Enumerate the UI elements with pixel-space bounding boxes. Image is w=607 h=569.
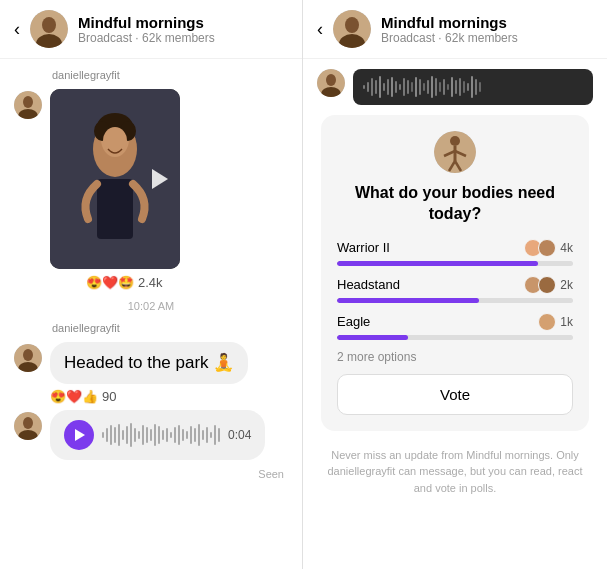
video-reaction-emojis: 😍❤️🤩 [86, 275, 134, 290]
right-header: ‹ Mindful mornings Broadcast · 62k membe… [303, 0, 607, 59]
right-header-info: Mindful mornings Broadcast · 62k members [381, 14, 518, 45]
poll-count-3: 1k [560, 315, 573, 329]
text-message-row: Headed to the park 🧘 😍❤️👍 90 [14, 342, 288, 404]
svg-point-18 [23, 417, 33, 429]
svg-point-1 [42, 17, 56, 33]
poll-bar-fill-3 [337, 335, 408, 340]
back-button-left[interactable]: ‹ [14, 19, 20, 40]
sender-label-2: daniellegrayfit [52, 322, 288, 334]
sender-avatar-1 [14, 91, 42, 119]
poll-option-label-1: Warrior II [337, 240, 390, 255]
poll-option-2: Headstand 2k [337, 276, 573, 303]
video-thumbnail[interactable] [50, 89, 180, 269]
poll-bar-fill-2 [337, 298, 479, 303]
waveform [102, 423, 220, 447]
poll-bar-bg-1 [337, 261, 573, 266]
poll-avatar [434, 131, 476, 173]
sender-label-1: daniellegrayfit [52, 69, 288, 81]
voice-play-icon [75, 429, 85, 441]
poll-card: What do your bodies need today? Warrior … [321, 115, 589, 431]
svg-point-27 [450, 136, 460, 146]
right-cropped-message-row [317, 69, 593, 105]
voice-message-bubble: 0:04 [50, 410, 265, 460]
poll-option-1: Warrior II 4k [337, 239, 573, 266]
svg-point-4 [23, 96, 33, 108]
poll-question: What do your bodies need today? [337, 183, 573, 225]
back-button-right[interactable]: ‹ [317, 19, 323, 40]
text-reactions: 😍❤️👍 90 [50, 389, 248, 404]
text-bubble: Headed to the park 🧘 [50, 342, 248, 384]
text-reaction-count: 90 [102, 389, 116, 404]
svg-point-12 [103, 127, 127, 155]
right-chat-area: What do your bodies need today? Warrior … [303, 59, 607, 569]
poll-voter-avatars-3 [538, 313, 556, 331]
svg-point-24 [326, 74, 336, 86]
play-icon[interactable] [152, 169, 168, 189]
poll-bar-bg-3 [337, 335, 573, 340]
poll-count-2: 2k [560, 278, 573, 292]
sender-avatar-3 [14, 412, 42, 440]
left-header: ‹ Mindful mornings Broadcast · 62k membe… [0, 0, 302, 59]
poll-count-1: 4k [560, 241, 573, 255]
seen-label: Seen [14, 468, 284, 480]
sender-avatar-2 [14, 344, 42, 372]
svg-point-21 [345, 17, 359, 33]
header-avatar-left [30, 10, 68, 48]
more-options: 2 more options [337, 350, 573, 364]
right-channel-subtitle: Broadcast · 62k members [381, 31, 518, 45]
left-channel-title: Mindful mornings [78, 14, 215, 31]
left-chat-area: daniellegrayfit [0, 59, 302, 569]
notice-text: Never miss an update from Mindful mornin… [317, 441, 593, 503]
video-reaction-count: 2.4k [138, 275, 163, 290]
left-channel-subtitle: Broadcast · 62k members [78, 31, 215, 45]
poll-avatar-row [337, 131, 573, 173]
right-channel-title: Mindful mornings [381, 14, 518, 31]
svg-point-15 [23, 349, 33, 361]
right-panel: ‹ Mindful mornings Broadcast · 62k membe… [303, 0, 607, 569]
poll-voter-avatars-1 [524, 239, 556, 257]
poll-option-3: Eagle 1k [337, 313, 573, 340]
vote-button[interactable]: Vote [337, 374, 573, 415]
left-panel: ‹ Mindful mornings Broadcast · 62k membe… [0, 0, 303, 569]
video-message-row: 😍❤️🤩 2.4k [14, 89, 288, 290]
left-header-info: Mindful mornings Broadcast · 62k members [78, 14, 215, 45]
text-reaction-emojis: 😍❤️👍 [50, 389, 98, 404]
poll-bar-bg-2 [337, 298, 573, 303]
svg-rect-13 [97, 179, 133, 239]
poll-bar-fill-1 [337, 261, 538, 266]
timestamp-1: 10:02 AM [14, 300, 288, 312]
voice-play-button[interactable] [64, 420, 94, 450]
header-avatar-right [333, 10, 371, 48]
poll-option-label-2: Headstand [337, 277, 400, 292]
voice-duration: 0:04 [228, 428, 251, 442]
right-mini-avatar [317, 69, 345, 97]
poll-voter-avatars-2 [524, 276, 556, 294]
voice-message-row: 0:04 [14, 410, 288, 460]
video-reactions: 😍❤️🤩 2.4k [86, 275, 180, 290]
poll-option-label-3: Eagle [337, 314, 370, 329]
